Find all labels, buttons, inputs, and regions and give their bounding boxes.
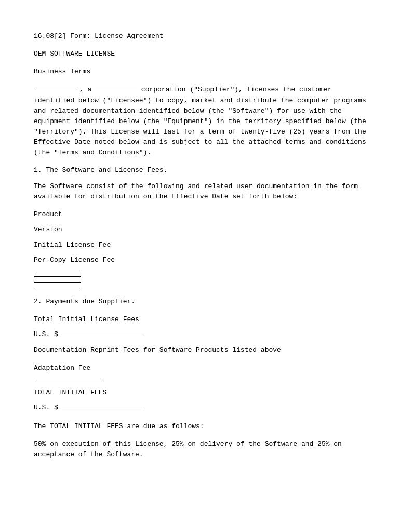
blank-field-2[interactable]: [34, 276, 81, 277]
section1-desc: The Software consist of the following an…: [34, 181, 366, 202]
blank-field-4[interactable]: [34, 288, 81, 288]
intro-text: , a: [79, 86, 96, 94]
adaptation-fee-row: Adaptation Fee: [34, 363, 366, 374]
section1-title-text: 1. The Software and License Fees.: [34, 166, 167, 174]
product-row: Product: [34, 209, 366, 220]
header-text: 16.08[2] Form: License Agreement: [34, 32, 164, 40]
per-copy-fee-row: Per-Copy License Fee: [34, 255, 366, 265]
document-header: 16.08[2] Form: License Agreement: [34, 31, 366, 42]
intro-paragraph: , a corporation ("Supplier"), licenses t…: [34, 84, 366, 158]
section1-desc-text: The Software consist of the following an…: [34, 182, 358, 201]
doc-reprint-row: Documentation Reprint Fees for Software …: [34, 345, 366, 355]
us-dollar-1-row: U.S. $: [34, 329, 366, 340]
section2-title: 2. Payments due Supplier.: [34, 297, 366, 307]
us-dollar-2-label: U.S. $: [34, 403, 58, 413]
us-dollar-2-row: U.S. $: [34, 403, 366, 413]
us-dollar-1-field[interactable]: [60, 336, 143, 336]
blank-row-3: [34, 282, 366, 283]
per-copy-fee-label: Per-Copy License Fee: [34, 256, 115, 264]
product-label: Product: [34, 210, 62, 218]
blank-field-3[interactable]: [34, 282, 81, 283]
total-initial-row: Total Initial License Fees: [34, 314, 366, 325]
adaptation-fee-field[interactable]: [34, 379, 101, 379]
initial-license-fee-label: Initial License Fee: [34, 241, 111, 249]
total-initial-fees-row: TOTAL INITIAL FEES: [34, 388, 366, 398]
payment-terms: 50% on execution of this License, 25% on…: [34, 439, 366, 460]
blank-field-1[interactable]: [34, 271, 81, 271]
total-initial-fees-label: TOTAL INITIAL FEES: [34, 389, 106, 396]
version-label: Version: [34, 225, 62, 233]
blank-row-1: [34, 271, 366, 271]
initial-license-fee-row: Initial License Fee: [34, 240, 366, 250]
document-container: 16.08[2] Form: License Agreement OEM SOF…: [34, 31, 366, 460]
intro-text-2: corporation ("Supplier"), licenses the c…: [34, 86, 366, 156]
total-fees-note-text: The TOTAL INITIAL FEES are due as follow…: [34, 422, 204, 430]
section1-title: 1. The Software and License Fees.: [34, 165, 366, 176]
us-dollar-2-field[interactable]: [60, 409, 143, 409]
document-title: OEM SOFTWARE LICENSE: [34, 49, 366, 59]
blank-row-2: [34, 276, 366, 277]
adaptation-fee-blank-row: [34, 379, 366, 379]
subtitle-text: Business Terms: [34, 68, 90, 75]
adaptation-fee-label: Adaptation Fee: [34, 364, 90, 372]
total-initial-label: Total Initial License Fees: [34, 315, 139, 323]
title-text: OEM SOFTWARE LICENSE: [34, 50, 115, 58]
supplier-blank-1[interactable]: [34, 84, 75, 91]
us-dollar-1-label: U.S. $: [34, 329, 58, 340]
version-row: Version: [34, 224, 366, 235]
section2-title-text: 2. Payments due Supplier.: [34, 298, 135, 305]
supplier-blank-2[interactable]: [96, 84, 137, 91]
total-fees-note: The TOTAL INITIAL FEES are due as follow…: [34, 421, 366, 432]
doc-reprint-label: Documentation Reprint Fees for Software …: [34, 346, 281, 354]
blank-row-4: [34, 288, 366, 288]
document-subtitle: Business Terms: [34, 66, 366, 77]
payment-terms-text: 50% on execution of this License, 25% on…: [34, 440, 342, 458]
